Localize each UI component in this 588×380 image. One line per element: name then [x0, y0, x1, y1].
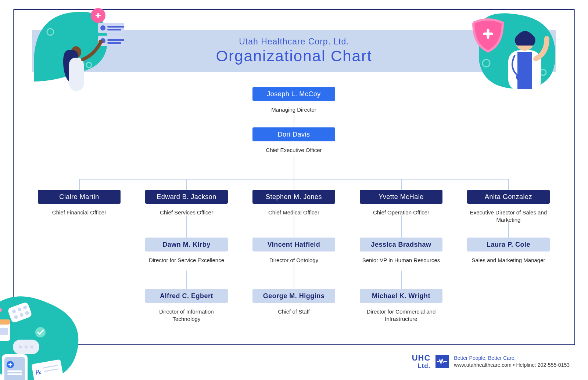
- svg-rect-17: [517, 52, 532, 89]
- node-dir-ontology: Vincent Hatfield Director of Ontology: [252, 238, 335, 264]
- svg-rect-4: [107, 26, 124, 28]
- role-label: Executive Director of Sales and Marketin…: [467, 209, 550, 223]
- connector: [294, 157, 294, 179]
- node-chief-of-staff: George M. Higgins Chief of Staff: [252, 289, 335, 315]
- connector: [294, 113, 294, 127]
- name-label: Anita Gonzalez: [467, 190, 550, 204]
- svg-point-13: [98, 40, 103, 44]
- node-cmo: Stephen M. Jones Chief Medical Officer: [252, 190, 335, 216]
- name-label: Joseph L. McCoy: [252, 87, 335, 101]
- name-label: Dawn M. Kirby: [145, 238, 228, 251]
- role-label: Director for Commercial and Infrastructu…: [360, 308, 442, 322]
- role-label: Chief Services Officer: [145, 209, 228, 216]
- illustration-nurse: [34, 8, 124, 94]
- connector: [401, 271, 402, 289]
- name-label: Alfred C. Egbert: [145, 289, 228, 303]
- role-label: Sales and Marketing Manager: [467, 257, 550, 264]
- name-label: Dori Davis: [252, 127, 335, 141]
- connector: [186, 179, 187, 190]
- connector: [401, 216, 402, 238]
- footer: UHC Ltd. Better People, Better Care. www…: [412, 354, 570, 369]
- role-label: Chief Executive Officer: [252, 146, 335, 154]
- node-dir-commercial: Michael K. Wright Director for Commercia…: [360, 289, 442, 322]
- svg-point-6: [100, 25, 105, 30]
- name-label: Vincent Hatfield: [252, 238, 335, 251]
- svg-rect-24: [4, 357, 25, 380]
- node-coo: Yvette McHale Chief Operation Officer: [360, 190, 442, 216]
- connector: [294, 216, 294, 238]
- connector: [294, 265, 294, 289]
- illustration-doctor: [464, 12, 556, 93]
- name-label: Edward B. Jackson: [145, 190, 228, 204]
- role-label: Director of Ontology: [252, 257, 335, 264]
- chart-frame: Utah Healthcare Corp. Ltd. Organizationa…: [13, 9, 575, 345]
- role-label: Chief Financial Officer: [38, 209, 121, 216]
- name-label: Jessica Bradshaw: [360, 238, 442, 251]
- node-dir-it: Alfred C. Egbert Director of Information…: [145, 289, 228, 322]
- svg-text:℞: ℞: [35, 368, 42, 376]
- connector: [186, 271, 187, 289]
- svg-point-33: [19, 345, 22, 348]
- node-exec-sales: Anita Gonzalez Executive Director of Sal…: [467, 190, 550, 223]
- role-label: Chief of Staff: [252, 308, 335, 315]
- svg-point-48: [35, 327, 46, 337]
- node-cfo: Claire Martin Chief Financial Officer: [38, 190, 121, 216]
- footer-text: Better People, Better Care. www.utahheal…: [454, 355, 570, 369]
- svg-point-35: [31, 345, 33, 348]
- connector: [186, 216, 187, 238]
- node-dir-service-excellence: Dawn M. Kirby Director for Service Excel…: [145, 238, 228, 264]
- svg-rect-27: [7, 373, 22, 375]
- footer-logo-line2: Ltd.: [417, 362, 430, 369]
- svg-rect-37: [0, 319, 10, 325]
- footer-tagline: Better People, Better Care.: [454, 355, 570, 362]
- svg-point-34: [25, 345, 28, 348]
- role-label: Chief Operation Officer: [360, 209, 442, 216]
- connector: [79, 179, 80, 190]
- svg-rect-38: [0, 328, 8, 335]
- name-label: Stephen M. Jones: [252, 190, 335, 204]
- connector: [508, 221, 509, 238]
- footer-logo-text: UHC Ltd.: [412, 354, 431, 369]
- svg-rect-12: [69, 58, 84, 91]
- svg-rect-5: [107, 29, 121, 30]
- footer-contact: www.utahhealthcare.com • Helpline: 202-5…: [454, 362, 570, 369]
- role-label: Director for Service Excellence: [145, 257, 228, 264]
- footer-logo-line1: UHC: [412, 354, 431, 362]
- role-label: Managing Director: [252, 106, 335, 113]
- connector: [401, 179, 402, 190]
- node-cso: Edward B. Jackson Chief Services Officer: [145, 190, 228, 216]
- role-label: Director of Information Technology: [145, 308, 228, 322]
- node-managing-director: Joseph L. McCoy Managing Director: [252, 87, 335, 113]
- name-label: Laura P. Cole: [467, 238, 550, 251]
- name-label: Michael K. Wright: [360, 289, 442, 303]
- svg-rect-9: [107, 42, 121, 44]
- connector: [294, 179, 294, 190]
- name-label: Yvette McHale: [360, 190, 442, 204]
- role-label: Senior VP in Human Resources: [360, 257, 442, 264]
- svg-rect-8: [107, 39, 124, 41]
- illustration-medical-items: ℞: [0, 285, 96, 380]
- node-ceo: Dori Davis Chief Executive Officer: [252, 127, 335, 154]
- connector: [508, 179, 509, 190]
- node-sales-mgr: Laura P. Cole Sales and Marketing Manage…: [467, 238, 550, 264]
- name-label: Claire Martin: [38, 190, 121, 204]
- name-label: George M. Higgins: [252, 289, 335, 303]
- svg-rect-26: [7, 370, 22, 372]
- ekg-icon: [435, 355, 449, 368]
- role-label: Chief Medical Officer: [252, 209, 335, 216]
- node-svp-hr: Jessica Bradshaw Senior VP in Human Reso…: [360, 238, 442, 264]
